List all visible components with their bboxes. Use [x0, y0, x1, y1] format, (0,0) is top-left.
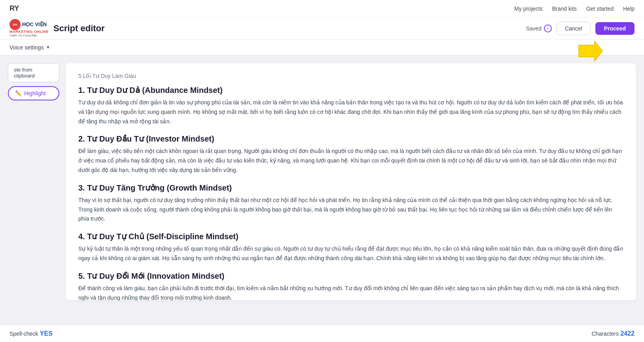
characters-area: Characters 2422: [591, 330, 635, 337]
document-title: 5 Lối Tư Duy Làm Giàu: [78, 73, 623, 79]
header-left: HV HỌC VIỆN MARKETING ONLINE Vươn Xa Cùn…: [9, 19, 105, 38]
header-bar: HV HỌC VIỆN MARKETING ONLINE Vươn Xa Cùn…: [0, 17, 644, 40]
section-5: 5. Tư Duy Đổi Mới (Innovation Mindset) Đ…: [78, 271, 623, 300]
highlight-button[interactable]: ✏️ Highlight: [8, 86, 59, 100]
characters-label: Characters: [591, 331, 618, 337]
svg-text:HV: HV: [13, 23, 17, 26]
cancel-button[interactable]: Cancel: [557, 22, 591, 35]
page-title: Script editor: [53, 23, 105, 34]
left-sidebar: ste from clipboard ✏️ Highlight: [8, 63, 59, 317]
highlight-label: Highlight: [24, 90, 45, 96]
logo: HV HỌC VIỆN MARKETING ONLINE Vươn Xa Cùn…: [9, 19, 49, 38]
spell-check-area: Spell-check YES: [9, 330, 53, 337]
sub-header: Voice settings ▼: [0, 40, 644, 55]
voice-settings-button[interactable]: Voice settings ▼: [9, 44, 50, 51]
characters-count: 2422: [620, 330, 635, 337]
logo-tagline: Vươn Xa Cùng Bạn: [9, 34, 49, 38]
logo-text: HỌC VIỆN: [22, 22, 47, 27]
section-1-heading: 1. Tư Duy Dư Dả (Abundance Mindset): [78, 85, 623, 95]
nav-my-projects[interactable]: My projects: [514, 6, 543, 12]
section-3-heading: 3. Tư Duy Tăng Trưởng (Growth Mindset): [78, 183, 623, 193]
saved-indicator: Saved ✓: [526, 25, 552, 32]
section-2-body: Để làm giàu, việc tiêu tiền một cách khô…: [78, 147, 623, 175]
paste-from-clipboard-button[interactable]: ste from clipboard: [8, 63, 59, 82]
spell-check-value: YES: [40, 330, 53, 337]
saved-label: Saved: [526, 25, 542, 32]
section-3: 3. Tư Duy Tăng Trưởng (Growth Mindset) T…: [78, 183, 623, 224]
nav-help[interactable]: Help: [623, 6, 635, 12]
voice-settings-label: Voice settings: [9, 44, 44, 51]
section-4-body: Sự kỷ luật tự thân là một trong những yế…: [78, 244, 623, 263]
top-nav-links: My projects Brand kits Get started Help: [514, 6, 635, 12]
logo-icon: HV: [9, 19, 21, 30]
section-4-heading: 4. Tư Duy Tự Chủ (Self-Discipline Mindse…: [78, 232, 623, 241]
saved-check-icon: ✓: [544, 25, 552, 32]
section-4: 4. Tư Duy Tự Chủ (Self-Discipline Mindse…: [78, 232, 623, 263]
section-2: 2. Tư Duy Đầu Tư (Investor Mindset) Để l…: [78, 134, 623, 175]
bottom-bar: Spell-check YES Characters 2422: [0, 325, 644, 342]
content-editor[interactable]: 5 Lối Tư Duy Làm Giàu 1. Tư Duy Dư Dả (A…: [66, 63, 636, 300]
section-5-heading: 5. Tư Duy Đổi Mới (Innovation Mindset): [78, 271, 623, 281]
logo-top: HV HỌC VIỆN: [9, 19, 49, 30]
nav-brand-kits[interactable]: Brand kits: [552, 6, 577, 12]
main-layout: ste from clipboard ✏️ Highlight 5 Lối Tư…: [0, 55, 644, 325]
section-5-body: Để thành công và làm giàu, bạn cần phải …: [78, 284, 623, 300]
proceed-button[interactable]: Proceed: [595, 22, 635, 35]
highlight-icon: ✏️: [15, 90, 22, 96]
chevron-down-icon: ▼: [46, 45, 50, 49]
nav-get-started[interactable]: Get started: [586, 6, 614, 12]
header-right: Saved ✓ Cancel Proceed: [526, 22, 635, 35]
section-2-heading: 2. Tư Duy Đầu Tư (Investor Mindset): [78, 134, 623, 144]
brand-name: RY: [9, 4, 19, 13]
spell-check-label: Spell-check: [9, 331, 38, 337]
section-3-body: Thay vì lo sợ thất bại, người có tư duy …: [78, 196, 623, 224]
section-1: 1. Tư Duy Dư Dả (Abundance Mindset) Tư d…: [78, 85, 623, 126]
top-navigation: RY My projects Brand kits Get started He…: [0, 0, 644, 17]
section-1-body: Tư duy dư dả không chỉ đơn giản là tin v…: [78, 98, 623, 126]
